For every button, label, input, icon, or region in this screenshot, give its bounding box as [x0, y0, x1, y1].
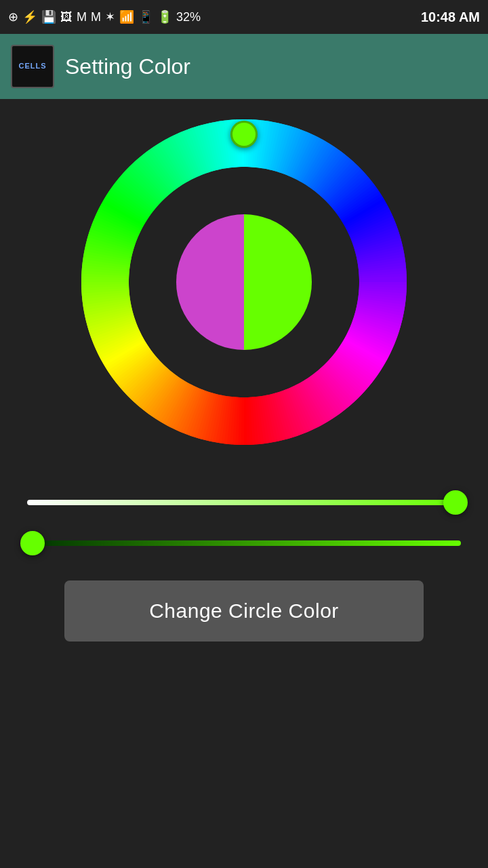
- save-icon: 💾: [41, 9, 56, 24]
- center-preview-circle: [176, 214, 312, 350]
- center-previous-color: [176, 214, 244, 350]
- brightness-slider-thumb[interactable]: [443, 490, 468, 515]
- color-wheel-container[interactable]: [75, 113, 413, 452]
- add-icon: ⊕: [8, 9, 18, 24]
- app-bar: CELLS Setting Color: [0, 34, 488, 99]
- brightness-slider-track[interactable]: [27, 500, 461, 505]
- battery-icon: 🔋: [157, 9, 172, 24]
- hue-handle[interactable]: [230, 121, 258, 148]
- battery-percent: 32%: [176, 10, 201, 24]
- status-time: 10:48 AM: [421, 9, 480, 25]
- brightness-slider-container: [27, 486, 461, 519]
- change-circle-color-button[interactable]: Change Circle Color: [64, 580, 424, 642]
- signal-icon: 📱: [138, 9, 153, 24]
- wifi-icon: 📶: [119, 9, 134, 24]
- status-icons-left: ⊕ ⚡ 💾 🖼 M M ✶ 📶 📱 🔋 32%: [8, 9, 201, 24]
- mail2-icon: M: [91, 10, 101, 24]
- usb-icon: ⚡: [22, 9, 37, 24]
- main-content: Change Circle Color: [0, 99, 488, 868]
- saturation-slider-container: [27, 526, 461, 560]
- app-title: Setting Color: [65, 54, 190, 79]
- saturation-slider-thumb[interactable]: [20, 531, 45, 555]
- app-icon: CELLS: [11, 45, 54, 88]
- image-icon: 🖼: [60, 10, 73, 24]
- saturation-slider-track[interactable]: [27, 540, 461, 546]
- bluetooth-icon: ✶: [105, 9, 115, 24]
- app-icon-label: CELLS: [18, 62, 46, 71]
- status-bar: ⊕ ⚡ 💾 🖼 M M ✶ 📶 📱 🔋 32% 10:48 AM: [0, 0, 488, 34]
- center-new-color: [244, 214, 312, 350]
- mail-icon: M: [77, 10, 87, 24]
